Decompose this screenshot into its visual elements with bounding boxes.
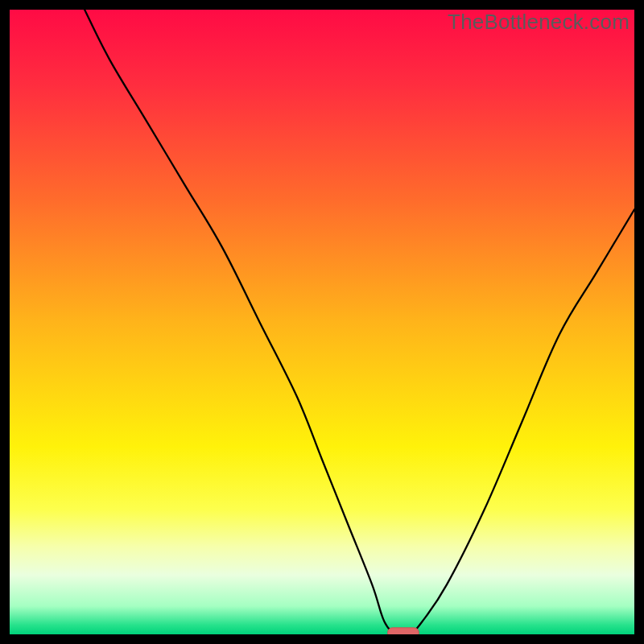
chart-svg bbox=[10, 10, 634, 634]
plot-area: TheBottleneck.com bbox=[10, 10, 634, 634]
chart-frame: TheBottleneck.com bbox=[0, 0, 644, 644]
optimal-marker bbox=[388, 628, 419, 634]
watermark-text: TheBottleneck.com bbox=[448, 10, 630, 35]
gradient-background bbox=[10, 10, 634, 634]
